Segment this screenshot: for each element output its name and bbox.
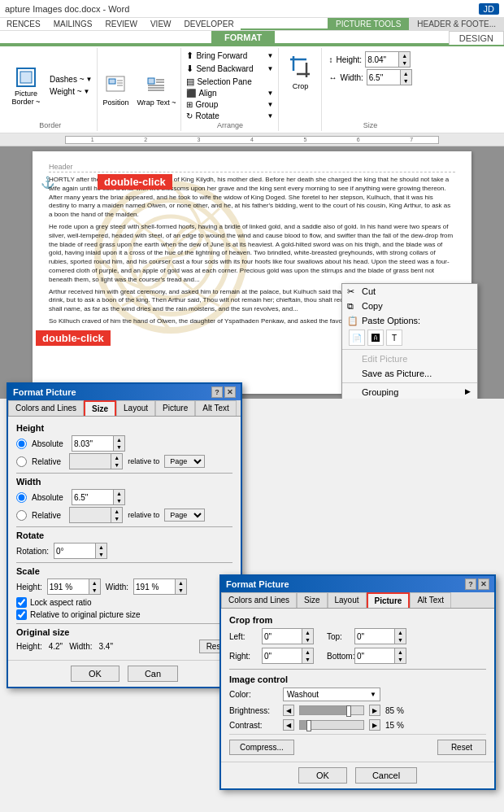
tab-rences[interactable]: RENCES — [0, 18, 47, 30]
dialog1-tab-picture[interactable]: Picture — [155, 400, 195, 416]
height-abs-up[interactable]: ▲ — [114, 436, 124, 443]
tab-format-active[interactable]: FORMAT — [211, 31, 275, 45]
width-up[interactable]: ▲ — [401, 70, 411, 77]
height-relative-radio[interactable] — [16, 456, 27, 467]
bottom-up[interactable]: ▲ — [395, 648, 406, 656]
top-up[interactable]: ▲ — [395, 629, 406, 636]
dialog2-cancel-button[interactable]: Cancel — [355, 767, 417, 784]
top-down[interactable]: ▼ — [395, 636, 406, 644]
scale-h-up[interactable]: ▲ — [89, 579, 100, 587]
tab-design[interactable]: DESIGN — [449, 31, 504, 45]
width-abs-down[interactable]: ▼ — [114, 497, 124, 504]
position-button[interactable]: Position — [99, 71, 132, 110]
bottom-down[interactable]: ▼ — [395, 656, 406, 663]
picture-border-button[interactable]: Picture Border ~ — [7, 61, 46, 110]
dialog2-tab-alttext[interactable]: Alt Text — [410, 592, 451, 608]
bottom-input[interactable]: ▲ ▼ — [354, 648, 406, 664]
context-menu-item-grouping[interactable]: Grouping ▶ — [342, 385, 477, 399]
scale-width-input[interactable]: ▲ ▼ — [133, 578, 187, 595]
dialog2-help-btn[interactable]: ? — [465, 578, 476, 590]
dialog1-close-btn[interactable]: ✕ — [224, 386, 236, 398]
tab-mailings[interactable]: MAILINGS — [47, 18, 99, 30]
height-absolute-input[interactable]: ▲ ▼ — [72, 435, 125, 452]
width-abs-up[interactable]: ▲ — [114, 490, 124, 497]
height-relative-to-select[interactable]: Page — [164, 455, 205, 468]
weight-button[interactable]: Weight ~ ▼ — [48, 86, 93, 97]
rotation-down[interactable]: ▼ — [96, 551, 106, 558]
relative-original-checkbox[interactable] — [16, 609, 27, 620]
tab-header-footer[interactable]: HEADER & FOOTE... — [409, 18, 504, 30]
right-input[interactable]: ▲ ▼ — [262, 648, 314, 664]
width-down[interactable]: ▼ — [401, 77, 411, 85]
scale-w-up[interactable]: ▲ — [176, 579, 186, 587]
width-rel-up[interactable]: ▲ — [111, 508, 122, 515]
left-up[interactable]: ▲ — [302, 629, 313, 636]
dialog2-ok-button[interactable]: OK — [298, 767, 347, 784]
scale-w-down[interactable]: ▼ — [176, 587, 186, 594]
brightness-left[interactable]: ◀ — [283, 705, 294, 716]
width-absolute-input[interactable]: ▲ ▼ — [72, 489, 125, 505]
height-up[interactable]: ▲ — [399, 52, 410, 59]
bring-forward-button[interactable]: ⬆ Bring Forward ▼ — [185, 50, 275, 62]
height-down[interactable]: ▼ — [399, 59, 410, 67]
dialog1-tab-colors[interactable]: Colors and Lines — [8, 400, 84, 416]
context-menu-item-cut[interactable]: ✂ Cut — [342, 284, 477, 299]
group-button[interactable]: ⊞ Group ▼ — [185, 99, 275, 110]
dialog1-ok-button[interactable]: OK — [71, 666, 119, 682]
width-input[interactable]: 6.5" ▲ ▼ — [367, 69, 412, 85]
top-input[interactable]: ▲ ▼ — [354, 628, 406, 644]
contrast-left[interactable]: ◀ — [283, 719, 294, 731]
dialog2-tab-size[interactable]: Size — [297, 592, 327, 608]
dialog1-tab-layout[interactable]: Layout — [116, 400, 155, 416]
width-rel-down[interactable]: ▼ — [111, 515, 122, 522]
crop-button[interactable]: Crop — [284, 50, 316, 131]
color-dropdown[interactable]: Washout ▼ — [283, 688, 380, 701]
context-menu-item-paste[interactable]: 📋 Paste Options: — [342, 313, 477, 328]
rotation-up[interactable]: ▲ — [96, 544, 106, 551]
tab-picture-tools[interactable]: PICTURE TOOLS — [328, 18, 409, 30]
contrast-right[interactable]: ▶ — [369, 719, 380, 731]
height-abs-down[interactable]: ▼ — [114, 443, 124, 451]
height-absolute-radio[interactable] — [16, 439, 27, 449]
dialog1-tab-size[interactable]: Size — [84, 400, 116, 416]
brightness-right[interactable]: ▶ — [369, 705, 380, 716]
width-relative-to-select[interactable]: Page — [164, 509, 205, 522]
dialog1-cancel-button[interactable]: Can — [128, 666, 178, 682]
width-absolute-radio[interactable] — [16, 492, 27, 503]
brightness-slider[interactable] — [299, 705, 364, 715]
dialog2-reset-button[interactable]: Reset — [437, 740, 486, 755]
wrap-text-button[interactable]: Wrap Text ~ — [133, 71, 179, 110]
dashes-button[interactable]: Dashes ~ ▼ — [48, 74, 93, 85]
context-menu-item-save-as-picture[interactable]: Save as Picture... — [342, 366, 477, 381]
context-menu-item-copy[interactable]: ⧉ Copy — [342, 299, 477, 313]
scale-height-input[interactable]: ▲ ▼ — [47, 578, 101, 595]
dialog2-close-btn[interactable]: ✕ — [478, 578, 489, 590]
rotation-input[interactable]: ▲ ▼ — [54, 543, 107, 559]
dialog2-tab-layout[interactable]: Layout — [328, 592, 367, 608]
dialog2-tab-colors[interactable]: Colors and Lines — [221, 592, 297, 608]
tab-review[interactable]: REVIEW — [98, 18, 143, 30]
selection-pane-button[interactable]: ▤ Selection Pane — [185, 76, 275, 88]
right-down[interactable]: ▼ — [302, 656, 313, 663]
height-rel-up[interactable]: ▲ — [111, 454, 122, 461]
send-backward-button[interactable]: ⬇ Send Backward ▼ — [185, 63, 275, 75]
width-relative-radio[interactable] — [16, 510, 27, 521]
dialog1-tab-alttext[interactable]: Alt Text — [195, 400, 237, 416]
right-up[interactable]: ▲ — [302, 648, 313, 656]
dialog1-help-btn[interactable]: ? — [211, 386, 223, 398]
left-input[interactable]: ▲ ▼ — [262, 628, 314, 644]
rotate-button[interactable]: ↻ Rotate ▼ — [185, 111, 275, 121]
align-button[interactable]: ⬛ Align ▼ — [185, 88, 275, 98]
height-rel-down[interactable]: ▼ — [111, 461, 122, 469]
tab-view[interactable]: VIEW — [144, 18, 178, 30]
width-relative-input[interactable]: ▲ ▼ — [69, 507, 123, 523]
dialog2-tab-picture[interactable]: Picture — [367, 592, 411, 608]
tab-developer[interactable]: DEVELOPER — [178, 18, 241, 30]
left-down[interactable]: ▼ — [302, 636, 313, 644]
height-input[interactable]: 8.04" ▲ ▼ — [365, 51, 411, 68]
height-relative-input[interactable]: ▲ ▼ — [69, 453, 123, 469]
context-menu-item-edit-picture[interactable]: Edit Picture — [342, 351, 477, 366]
lock-aspect-checkbox[interactable] — [16, 597, 27, 608]
compress-button[interactable]: Compress... — [229, 740, 294, 755]
scale-h-down[interactable]: ▼ — [89, 587, 100, 594]
